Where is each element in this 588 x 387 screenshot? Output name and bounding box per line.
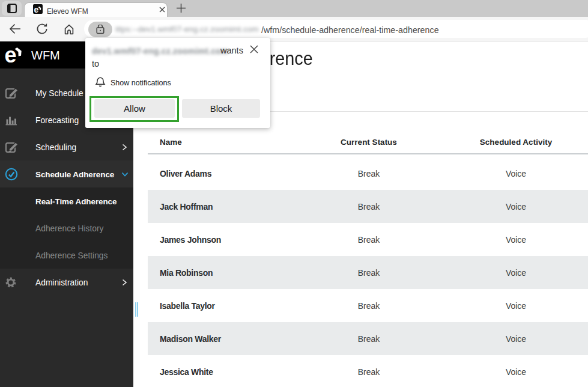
svg-text:e: e xyxy=(34,5,39,14)
svg-text:e: e xyxy=(5,43,17,67)
